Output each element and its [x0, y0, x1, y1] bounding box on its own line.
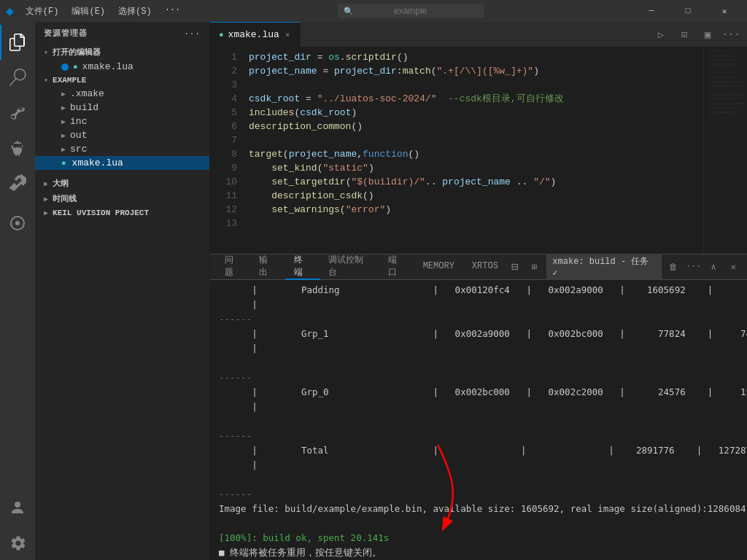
panel-more-btn[interactable]: ··· — [686, 259, 702, 275]
sidebar-folder-inc[interactable]: ▶ inc — [35, 114, 209, 128]
panel-tabs: 问题 输出 终端 调试控制台 端口 MEMORY XRTOS ⊟ ⊞ xmake… — [210, 254, 747, 280]
sidebar-more-icon[interactable]: ··· — [184, 29, 201, 38]
arrow-timeline: ▶ — [44, 195, 48, 203]
sidebar-section-keil[interactable]: ▶ KEIL UVISION PROJECT — [35, 206, 209, 219]
panel-tab-problems[interactable]: 问题 — [216, 254, 250, 280]
title-menu: 文件(F) 编辑(E) 选择(S) ··· — [20, 4, 186, 19]
panel-layout-btn[interactable]: ⊟ — [507, 259, 522, 275]
activitybar-scm[interactable] — [0, 95, 35, 130]
line-numbers: 12345 678910 111213 — [210, 47, 243, 254]
sidebar-file-xmake-lua[interactable]: ● xmake.lua — [35, 156, 209, 170]
panel-tab-ports[interactable]: 端口 — [379, 254, 414, 280]
more-actions-button[interactable]: ··· — [721, 24, 741, 44]
file-icon-lua-root: ● — [61, 159, 66, 168]
tab-close-button[interactable]: ✕ — [284, 28, 292, 41]
split-editor-button[interactable]: ⊡ — [674, 24, 694, 44]
terminal-line-12: | Total | | | 2891776 | 1272876 — [210, 443, 747, 458]
terminal-line-15: ------ — [210, 487, 747, 502]
panel-tab-xrtos[interactable]: XRTOS — [463, 254, 507, 280]
code-line-3 — [243, 78, 703, 92]
code-line-1: project_dir = os.scriptdir() — [243, 50, 703, 64]
titlebar-left: ◆ 文件(F) 编辑(E) 选择(S) ··· — [6, 3, 186, 19]
activitybar-account[interactable] — [0, 490, 35, 525]
titlebar: ◆ 文件(F) 编辑(E) 选择(S) ··· 🔍 ─ □ ✕ — [0, 0, 747, 22]
minimap-content: project_dir = os.scriptdir() project_nam… — [708, 47, 744, 254]
code-line-9: set_kind("static") — [243, 161, 703, 175]
terminal-line-6 — [210, 356, 747, 370]
activitybar-remote[interactable] — [0, 206, 35, 241]
terminal-line-9: | — [210, 400, 747, 414]
terminal-line-16: Image file: build/example/example.bin, a… — [210, 502, 747, 516]
terminal-line-13: | — [210, 458, 747, 472]
menu-file[interactable]: 文件(F) — [20, 4, 65, 19]
file-icon-lua: ● — [73, 63, 78, 71]
code-line-10: set_targetdir("$(buildir)/".. project_na… — [243, 175, 703, 189]
panel-tab-debug-console[interactable]: 调试控制台 — [320, 254, 379, 280]
titlebar-center: 🔍 — [186, 4, 635, 18]
panel-tab-output[interactable]: 输出 — [250, 254, 285, 280]
main-area: 资源管理器 ··· ▾ 打开的编辑器 ● xmake.lua ▾ EXAMPLE… — [0, 22, 747, 560]
activitybar-search[interactable] — [0, 60, 35, 95]
panel-tab-terminal[interactable]: 终端 — [285, 254, 320, 280]
code-content[interactable]: project_dir = os.scriptdir() project_nam… — [243, 47, 703, 254]
arrow-folder-inc: ▶ — [61, 117, 66, 126]
vscode-logo: ◆ — [6, 3, 14, 19]
titlebar-right: ─ □ ✕ — [635, 0, 741, 22]
panel-content[interactable]: | Padding | 0x00120fc4 | 0x002a9000 | 16… — [210, 280, 747, 560]
maximize-button[interactable]: □ — [671, 0, 705, 22]
panel-delete-btn[interactable]: 🗑 — [666, 259, 681, 275]
terminal-line-1: | Padding | 0x00120fc4 | 0x002a9000 | 16… — [210, 283, 747, 298]
menu-edit[interactable]: 编辑(E) — [66, 4, 111, 19]
activitybar-extensions[interactable] — [0, 165, 35, 200]
toggle-panel-button[interactable]: ▣ — [697, 24, 718, 44]
run-button[interactable]: ▷ — [651, 24, 671, 44]
terminal-line-5: | — [210, 341, 747, 356]
minimize-button[interactable]: ─ — [635, 0, 668, 22]
panel-close-btn[interactable]: ✕ — [726, 259, 741, 275]
sidebar-section-open-editors[interactable]: ▾ 打开的编辑器 — [35, 44, 209, 60]
code-line-8: target(project_name,function() — [243, 147, 703, 161]
code-line-6: description_common() — [243, 120, 703, 133]
code-line-4: csdk_root = "../luatos-soc-2024/" --csdk… — [243, 92, 703, 106]
search-bar-wrapper: 🔍 — [338, 4, 484, 18]
sidebar-section-timeline[interactable]: ▶ 时间线 — [35, 191, 209, 206]
activitybar-debug[interactable] — [0, 130, 35, 165]
modified-dot — [61, 63, 69, 71]
arrow-keil: ▶ — [44, 209, 48, 217]
terminal-line-11: ------ — [210, 429, 747, 443]
sidebar-open-file-xmake[interactable]: ● xmake.lua — [35, 60, 209, 74]
activitybar-explorer[interactable] — [0, 25, 35, 60]
close-button[interactable]: ✕ — [708, 0, 741, 22]
menu-select[interactable]: 选择(S) — [112, 4, 158, 19]
arrow-folder-build: ▶ — [61, 104, 66, 112]
svg-point-1 — [15, 221, 20, 225]
terminal-line-2: | — [210, 298, 747, 312]
sidebar-folder-build[interactable]: ▶ build — [35, 101, 209, 114]
panel-split-btn[interactable]: ⊞ — [527, 259, 542, 275]
minimap: project_dir = os.scriptdir() project_nam… — [703, 47, 747, 254]
sidebar-folder-out[interactable]: ▶ out — [35, 128, 209, 142]
sidebar-section-outline[interactable]: ▶ 大纲 — [35, 176, 209, 191]
code-editor: 12345 678910 111213 project_dir = os.scr… — [210, 47, 747, 254]
sidebar-folder-src[interactable]: ▶ src — [35, 142, 209, 156]
panel-maximize-btn[interactable]: ∧ — [706, 259, 721, 275]
menu-more[interactable]: ··· — [159, 4, 187, 19]
panel: 问题 输出 终端 调试控制台 端口 MEMORY XRTOS ⊟ ⊞ xmake… — [210, 254, 747, 560]
terminal-line-7: ------ — [210, 370, 747, 385]
sidebar-folder-xmake[interactable]: ▶ .xmake — [35, 87, 209, 101]
sidebar-title: 资源管理器 ··· — [35, 22, 209, 44]
terminal-line-10 — [210, 414, 747, 429]
activitybar-settings[interactable] — [0, 525, 35, 560]
code-line-12: set_warnings("error") — [243, 203, 703, 217]
sidebar-section-example[interactable]: ▾ EXAMPLE — [35, 74, 209, 87]
code-line-11: description_csdk() — [243, 189, 703, 203]
search-icon-title: 🔍 — [344, 7, 354, 16]
terminal-line-18: [100%]: build ok, spent 20.141s — [210, 531, 747, 545]
search-bar[interactable] — [338, 4, 484, 18]
panel-tab-right: ⊟ ⊞ xmake: build - 任务 ✓ 🗑 ··· ∧ ✕ — [507, 254, 741, 280]
arrow-outline: ▶ — [44, 179, 48, 188]
code-line-2: project_name = project_dir:match(".+[/\\… — [243, 64, 703, 78]
tab-xmake-lua[interactable]: ● xmake.lua ✕ — [210, 22, 301, 47]
panel-tab-memory[interactable]: MEMORY — [414, 254, 463, 280]
task-label: xmake: build - 任务 ✓ — [546, 254, 661, 280]
